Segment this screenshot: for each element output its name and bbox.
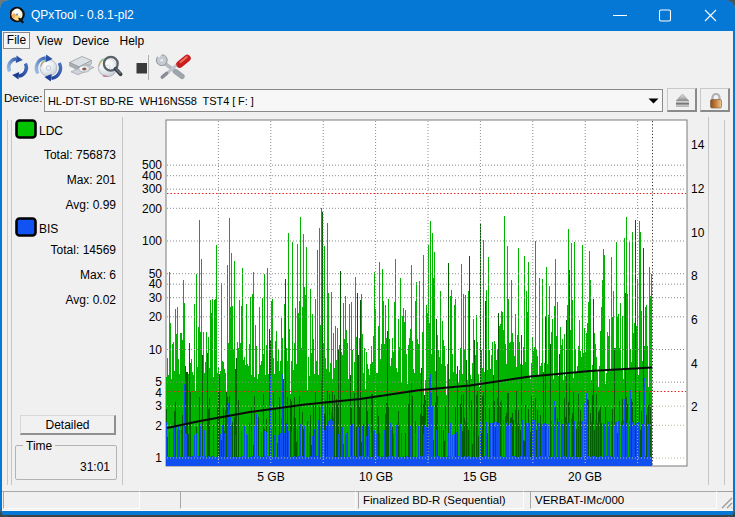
svg-text:6: 6: [691, 313, 698, 327]
svg-text:1: 1: [155, 451, 162, 465]
svg-text:100: 100: [142, 234, 162, 248]
svg-text:12: 12: [691, 182, 705, 196]
svg-text:2: 2: [155, 419, 162, 433]
svg-text:20: 20: [149, 310, 163, 324]
svg-text:20 GB: 20 GB: [568, 470, 602, 484]
svg-text:10: 10: [691, 226, 705, 240]
svg-text:200: 200: [142, 202, 162, 216]
svg-text:40: 40: [149, 277, 163, 291]
svg-text:5 GB: 5 GB: [257, 470, 284, 484]
svg-text:300: 300: [142, 182, 162, 196]
svg-text:4: 4: [691, 357, 698, 371]
svg-text:8: 8: [691, 269, 698, 283]
svg-text:3: 3: [155, 399, 162, 413]
svg-text:14: 14: [691, 138, 705, 152]
svg-text:15 GB: 15 GB: [463, 470, 497, 484]
svg-text:4: 4: [155, 386, 162, 400]
svg-text:10: 10: [149, 343, 163, 357]
svg-text:10 GB: 10 GB: [359, 470, 393, 484]
svg-text:30: 30: [149, 291, 163, 305]
svg-text:400: 400: [142, 169, 162, 183]
svg-text:2: 2: [691, 400, 698, 414]
